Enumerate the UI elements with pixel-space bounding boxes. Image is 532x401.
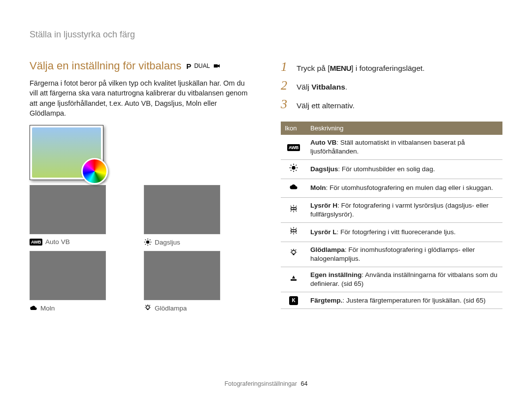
step-2-number: 2 — [281, 78, 292, 93]
example-daylight-image — [144, 185, 220, 234]
awb-icon: AWB — [30, 239, 42, 246]
fluorescent-h-icon — [289, 204, 298, 213]
table-cell-desc: Auto VB: Ställ automatiskt in vitbalanse… — [306, 135, 502, 160]
table-cell-desc: Moln: För utomhusfotografering en mulen … — [306, 179, 502, 197]
table-row: Dagsljus: För utomhusbilder en solig dag… — [281, 160, 502, 179]
illustration-hero — [30, 125, 103, 180]
k-badge-icon: K — [289, 296, 298, 305]
bulb-icon — [144, 304, 152, 312]
mode-p-icon: P — [186, 62, 191, 70]
awb-icon: AWB — [287, 144, 300, 151]
custom-wb-icon — [289, 274, 298, 283]
example-cloudy: Moln — [30, 251, 106, 312]
example-auto-label: Auto VB — [45, 238, 70, 246]
cloud-icon — [289, 183, 298, 191]
intro-text: Färgerna i fotot beror på vilken typ och… — [30, 78, 251, 118]
mode-dual-icon: DUAL — [194, 62, 210, 69]
footer-section: Fotograferingsinställningar — [225, 380, 297, 387]
step-3: 3 Välj ett alternativ. — [281, 97, 502, 112]
table-row: Egen inställning: Använda inställningarn… — [281, 267, 502, 292]
step-list: 1 Tryck på [MENU] i fotograferingsläget.… — [281, 60, 502, 112]
example-tungsten-image — [144, 251, 220, 300]
color-wheel-icon — [81, 158, 108, 185]
table-head-icon: Ikon — [281, 122, 306, 135]
table-cell-icon — [281, 179, 306, 197]
step-3-number: 3 — [281, 97, 292, 112]
breadcrumb: Ställa in ljusstyrka och färg — [30, 30, 502, 40]
table-head-desc: Beskrivning — [306, 122, 502, 135]
table-cell-icon — [281, 223, 306, 242]
example-auto: AWB Auto VB — [30, 185, 106, 246]
footer-page-number: 64 — [300, 380, 307, 387]
example-cloudy-label: Moln — [40, 305, 55, 312]
bulb-icon — [289, 248, 298, 257]
section-title-text: Välja en inställning för vitbalans — [30, 60, 181, 72]
table-cell-icon — [281, 242, 306, 267]
example-auto-image — [30, 185, 106, 234]
table-row: Lysrör L: För fotogrfering i vitt fluore… — [281, 223, 502, 242]
table-cell-icon — [281, 160, 306, 179]
step-1-number: 1 — [281, 60, 292, 74]
options-table: Ikon Beskrivning AWBAuto VB: Ställ autom… — [281, 122, 502, 309]
mode-badges: P DUAL — [186, 62, 221, 70]
table-cell-desc: Dagsljus: För utomhusbilder en solig dag… — [306, 160, 502, 179]
fluorescent-l-icon — [289, 226, 298, 235]
sun-icon — [289, 163, 298, 172]
table-cell-desc: Egen inställning: Använda inställningarn… — [306, 267, 502, 292]
table-row: Lysrör H: För fotografering i varmt lysr… — [281, 197, 502, 222]
table-cell-icon: K — [281, 292, 306, 309]
table-row: Glödlampa: För inomhusfotografering i gl… — [281, 242, 502, 267]
sun-icon — [144, 238, 152, 246]
table-cell-desc: Lysrör L: För fotogrfering i vitt fluore… — [306, 223, 502, 242]
step-1: 1 Tryck på [MENU] i fotograferingsläget. — [281, 60, 502, 74]
step-1-text-b: ] i fotograferingsläget. — [351, 64, 425, 72]
cloud-icon — [30, 304, 37, 312]
table-cell-desc: Färgtemp.: Justera färgtemperaturen för … — [306, 292, 502, 309]
table-cell-desc: Lysrör H: För fotografering i varmt lysr… — [306, 197, 502, 222]
table-row: KFärgtemp.: Justera färgtemperaturen för… — [281, 292, 502, 309]
right-column: 1 Tryck på [MENU] i fotograferingsläget.… — [281, 60, 502, 312]
example-cloudy-image — [30, 251, 106, 300]
step-2-text-a: Välj — [297, 83, 311, 91]
step-2-keyword: Vitbalans — [311, 83, 345, 91]
example-tungsten-label: Glödlampa — [155, 305, 187, 312]
page-footer: Fotograferingsinställningar 64 — [0, 380, 532, 387]
menu-button-label: MENU — [330, 64, 351, 72]
table-cell-icon — [281, 197, 306, 222]
table-cell-icon: AWB — [281, 135, 306, 160]
step-2: 2 Välj Vitbalans. — [281, 78, 502, 93]
example-daylight-label: Dagsljus — [155, 239, 180, 246]
left-column: Välja en inställning för vitbalans P DUA… — [30, 60, 251, 312]
example-daylight: Dagsljus — [144, 185, 220, 246]
step-1-text-a: Tryck på [ — [297, 64, 330, 72]
step-2-text-c: . — [345, 83, 347, 91]
video-mode-icon — [213, 62, 221, 70]
example-tungsten: Glödlampa — [144, 251, 220, 312]
step-3-text: Välj ett alternativ. — [297, 101, 355, 110]
table-row: AWBAuto VB: Ställ automatiskt in vitbala… — [281, 135, 502, 160]
table-cell-icon — [281, 267, 306, 292]
table-row: Moln: För utomhusfotografering en mulen … — [281, 179, 502, 197]
section-title: Välja en inställning för vitbalans P DUA… — [30, 60, 251, 72]
table-cell-desc: Glödlampa: För inomhusfotografering i gl… — [306, 242, 502, 267]
